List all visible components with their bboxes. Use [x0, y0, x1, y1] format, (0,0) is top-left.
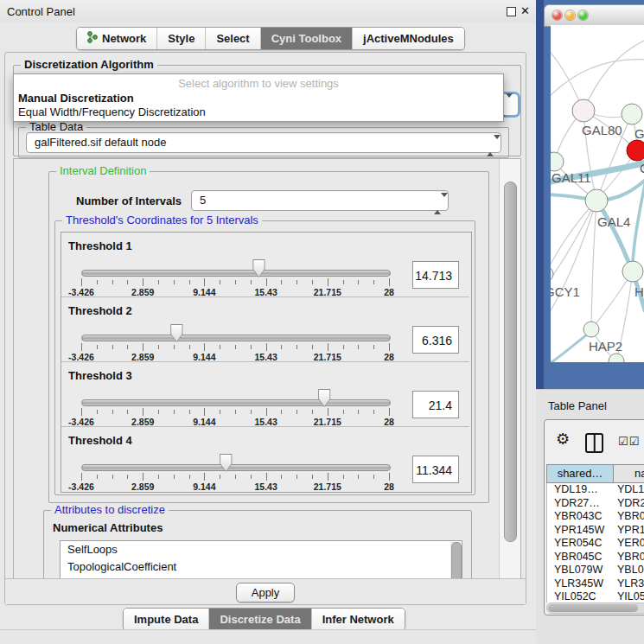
network-node-c[interactable]	[627, 140, 644, 161]
minor-tick	[281, 280, 282, 284]
combo-arrows-icon	[434, 194, 441, 207]
minor-tick	[373, 410, 374, 414]
apply-button[interactable]: Apply	[236, 583, 295, 603]
major-tick	[204, 278, 205, 286]
number-of-intervals-combobox[interactable]: 5	[191, 190, 449, 211]
threshold-list: Threshold 1-3.4262.8599.14415.4321.71528…	[61, 232, 472, 493]
tab-cyni-toolbox[interactable]: Cyni Toolbox	[261, 28, 353, 49]
table-row[interactable]: YBR045CYBR045C	[547, 551, 644, 564]
close-traffic-light-icon[interactable]	[552, 10, 562, 20]
network-edge[interactable]	[591, 201, 596, 329]
settings-scrollbar-thumb[interactable]	[504, 182, 517, 542]
minor-tick	[112, 280, 113, 284]
major-tick	[143, 473, 143, 481]
threshold-slider-thumb[interactable]	[252, 259, 265, 277]
minor-tick	[312, 475, 313, 479]
float-window-icon[interactable]	[507, 7, 516, 16]
table-horizontal-scrollbar[interactable]	[546, 603, 644, 614]
network-edge[interactable]	[583, 41, 644, 111]
table-row[interactable]: YIL052CYIL052C	[547, 590, 644, 603]
tab-label: jActiveMNodules	[363, 32, 454, 45]
column-header-shared-name[interactable]: shared…	[546, 464, 614, 483]
table-row[interactable]: YPR145WYPR145W	[547, 524, 644, 538]
network-node-h[interactable]	[622, 261, 643, 282]
algorithm-dropdown-popup: Select algorithm to view settings Manual…	[13, 73, 504, 122]
threshold-value-field[interactable]: 6.316	[412, 326, 459, 354]
zoom-traffic-light-icon[interactable]	[578, 10, 588, 20]
cell-name: YLR345W	[617, 577, 644, 590]
network-edge[interactable]	[551, 201, 596, 293]
network-window-titlebar[interactable]	[544, 4, 644, 27]
tab-label: Cyni Toolbox	[271, 32, 341, 45]
major-tick	[81, 408, 82, 416]
tab-label: Discretize Data	[220, 613, 300, 626]
minor-tick	[281, 345, 282, 349]
tab-jactivemnodules[interactable]: jActiveMNodules	[353, 28, 464, 49]
minor-tick	[358, 280, 359, 284]
table-row[interactable]: YBL079WYBL079W	[547, 564, 644, 577]
tab-select[interactable]: Select	[206, 28, 260, 49]
table-row[interactable]: YER054CYER054C	[547, 537, 644, 551]
network-edge[interactable]	[551, 201, 596, 328]
tab-network[interactable]: Network	[77, 28, 157, 49]
network-node[interactable]	[609, 354, 624, 362]
network-node-gal80[interactable]	[572, 99, 595, 122]
threshold-slider-thumb[interactable]	[219, 454, 233, 472]
tab-style[interactable]: Style	[157, 28, 206, 49]
major-tick	[389, 408, 390, 416]
attributes-list-scrollbar[interactable]	[450, 542, 461, 580]
tab-label: Impute Data	[134, 613, 198, 626]
table-data-combobox[interactable]: galFiltered.sif default node	[26, 132, 501, 153]
minor-tick	[251, 475, 252, 479]
threshold-slider-track[interactable]	[81, 399, 391, 406]
threshold-slider-thumb[interactable]	[169, 324, 183, 342]
tab-label: Infer Network	[322, 613, 394, 626]
network-edge[interactable]	[551, 94, 554, 162]
network-edge-highlighted[interactable]	[551, 333, 590, 362]
threshold-value-field[interactable]: 21.4	[412, 391, 459, 418]
minor-tick	[158, 410, 159, 414]
cell-shared-name: YER054C	[554, 537, 603, 549]
attribute-list-item[interactable]: TopologicalCoefficient	[61, 558, 462, 576]
table-row[interactable]: YDR27…YDR27…	[547, 497, 644, 511]
threshold-slider-track[interactable]	[81, 464, 391, 471]
split-columns-icon[interactable]	[585, 433, 603, 453]
network-node-gal4[interactable]	[585, 189, 608, 212]
attributes-scrollbar-thumb[interactable]	[451, 542, 462, 580]
tick-label: 28	[384, 481, 394, 492]
network-canvas[interactable]: GAL80GACGAL11GAL4GCY1HHAP2	[551, 25, 644, 362]
minor-tick	[312, 410, 313, 414]
table-row[interactable]: YBR043CYBR043C	[547, 510, 644, 524]
table-hscrollbar-thumb[interactable]	[548, 604, 638, 612]
network-node-gcy1[interactable]	[551, 266, 553, 282]
threshold-slider-track[interactable]	[81, 270, 391, 277]
threshold-value-field[interactable]: 14.713	[412, 261, 459, 289]
minor-tick	[343, 280, 344, 284]
network-node-hap2[interactable]	[583, 322, 599, 337]
network-node-ga[interactable]	[622, 104, 642, 124]
attribute-list-item[interactable]: SelfLoops	[61, 541, 462, 558]
table-row[interactable]: YDL19…YDL19…	[547, 483, 644, 497]
minor-tick	[296, 280, 297, 284]
network-node-gal11[interactable]	[551, 152, 564, 171]
algorithm-option-equal-width[interactable]: Equal Width/Frequency Discretization	[18, 105, 206, 118]
gear-icon[interactable]: ⚙	[556, 431, 570, 447]
tab-infer-network[interactable]: Infer Network	[312, 609, 405, 630]
settings-scrollbar[interactable]	[499, 159, 520, 579]
close-icon[interactable]: ✕	[520, 4, 530, 17]
cell-name: YPR145W	[617, 524, 644, 536]
threshold-slider-thumb[interactable]	[317, 389, 331, 407]
number-of-intervals-value: 5	[200, 194, 206, 207]
threshold-slider-track[interactable]	[81, 335, 391, 341]
threshold-value-field[interactable]: 11.344	[412, 456, 459, 483]
select-columns-icons[interactable]: ☑☑	[618, 435, 640, 448]
minor-tick	[235, 280, 236, 284]
tab-discretize-data[interactable]: Discretize Data	[209, 609, 311, 630]
table-row[interactable]: YLR345WYLR345W	[547, 577, 644, 591]
minimize-traffic-light-icon[interactable]	[565, 10, 575, 20]
major-tick	[81, 473, 82, 481]
column-header-name[interactable]: na	[614, 464, 644, 483]
algorithm-option-manual[interactable]: Manual Discretization	[18, 92, 134, 105]
algorithm-placeholder-option[interactable]: Select algorithm to view settings	[14, 77, 503, 90]
tab-impute-data[interactable]: Impute Data	[124, 609, 209, 630]
